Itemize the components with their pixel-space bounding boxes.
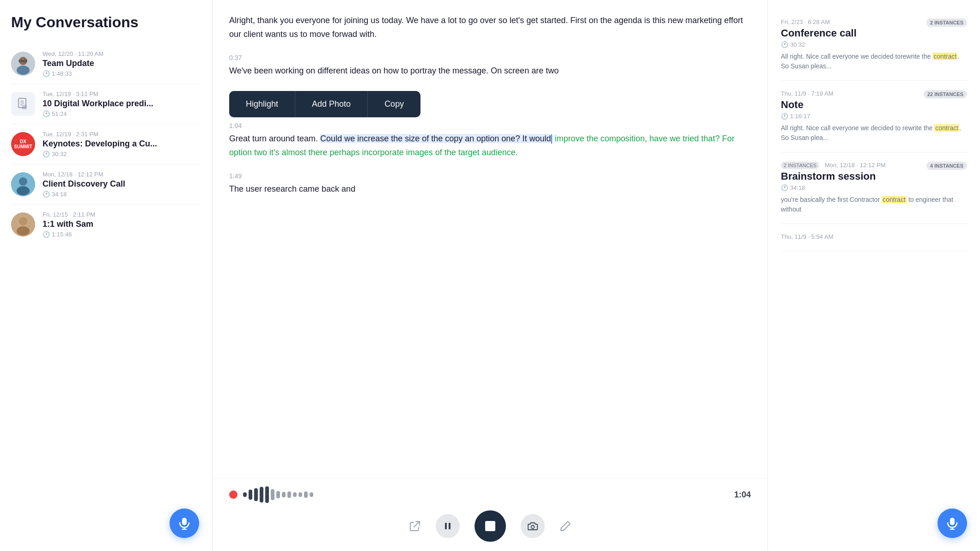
conv-date: Fri, 12/15 · 2:11 PM [43, 211, 201, 218]
selected-text[interactable]: Could we increase the size of the copy a… [320, 134, 552, 143]
conv-info: Wed, 12/20 · 11:20 AM Team Update 🕐 1:48… [43, 50, 201, 77]
clock-icon: 🕐 [781, 41, 788, 48]
avatar [11, 212, 35, 236]
transcript-text[interactable]: The user research came back and [229, 182, 751, 196]
conv-info: Mon, 12/18 · 12:12 PM Client Discovery C… [43, 171, 201, 198]
mic-fab-button[interactable] [170, 509, 199, 538]
result-preview: you're basically the first Contractor co… [781, 195, 967, 214]
svg-point-12 [19, 177, 27, 186]
stop-button[interactable] [475, 510, 506, 542]
waveform-bar [265, 486, 269, 503]
conv-title: 10 Digital Workplace predi... [43, 99, 201, 109]
record-indicator [229, 490, 237, 499]
clock-icon: 🕐 [43, 151, 50, 157]
pause-button[interactable] [436, 514, 460, 538]
transcript-text[interactable]: Alright, thank you everyone for joining … [229, 14, 751, 41]
conv-date: Wed, 12/20 · 11:20 AM [43, 50, 201, 57]
time-display: 1:04 [728, 490, 751, 500]
conv-duration: 🕐 1:48:33 [43, 70, 201, 77]
highlight-word: contract [934, 124, 959, 132]
highlight-button[interactable]: Highlight [229, 91, 295, 117]
waveform[interactable] [243, 486, 722, 503]
waveform-bar [282, 492, 286, 497]
avatar: DXSUMMIT [11, 132, 35, 156]
search-result-item[interactable]: Thu, 11/9 · 5:54 AM [781, 224, 967, 252]
pen-button[interactable] [560, 520, 572, 532]
share-button[interactable] [409, 520, 421, 532]
conv-duration: 🕐 51:24 [43, 110, 201, 117]
waveform-bar [310, 492, 313, 497]
result-date: Thu, 11/9 · 5:54 AM [781, 233, 967, 240]
conv-duration: 🕐 34:18 [43, 191, 201, 198]
search-result-item[interactable]: 2 INSTANCES Fri, 2/23 · 6:28 AM Conferen… [781, 9, 967, 81]
clock-icon: 🕐 [781, 184, 788, 191]
svg-rect-10 [22, 105, 27, 109]
search-result-item[interactable]: 22 INSTANCES Thu, 11/9 · 7:19 AM Note 🕐 … [781, 81, 967, 152]
waveform-bar [287, 491, 291, 498]
instances-badge: 22 INSTANCES [924, 90, 967, 98]
instances-badge: 4 INSTANCES [926, 162, 967, 170]
conversation-item[interactable]: Fri, 12/15 · 2:11 PM 1:1 with Sam 🕐 1:15… [11, 205, 201, 244]
transcript-area[interactable]: Alright, thank you everyone for joining … [213, 0, 767, 478]
svg-point-15 [19, 217, 27, 225]
right-mic-fab-button[interactable] [937, 509, 967, 538]
result-duration: 🕐 30:32 [781, 41, 967, 48]
waveform-bar [304, 491, 308, 498]
waveform-bar [271, 489, 274, 500]
search-result-item[interactable]: 4 INSTANCES 2 INSTANCES Mon, 12/18 · 12:… [781, 152, 967, 224]
transcript-text[interactable]: Great turn around team. Could we increas… [229, 132, 751, 159]
page-title: My Conversations [11, 14, 201, 31]
conversation-item[interactable]: Wed, 12/20 · 11:20 AM Team Update 🕐 1:48… [11, 44, 201, 84]
add-photo-button[interactable]: Add Photo [295, 91, 368, 117]
instances-badge: 2 INSTANCES [926, 18, 967, 27]
conv-title: Client Discovery Call [43, 179, 201, 189]
svg-point-2 [17, 66, 30, 75]
clock-icon: 🕐 [781, 113, 788, 120]
transcript-block: 1:04 Great turn around team. Could we in… [229, 122, 751, 159]
copy-button[interactable]: Copy [368, 91, 420, 117]
transcript-block: 0:37 We've been working on different ide… [229, 54, 751, 78]
highlight-word: contract [932, 53, 957, 60]
avatar [11, 172, 35, 196]
svg-line-20 [414, 521, 420, 527]
text-toolbar: Highlight Add Photo Copy [229, 91, 420, 117]
controls-row [229, 510, 751, 542]
waveform-bar [293, 492, 297, 497]
waveform-bar [249, 490, 252, 500]
timestamp: 1:49 [229, 172, 751, 180]
conv-title: Keynotes: Developing a Cu... [43, 139, 201, 149]
conv-date: Tue, 12/19 · 2:31 PM [43, 131, 201, 138]
waveform-bar [260, 487, 263, 503]
highlight-word: contract [882, 196, 907, 203]
result-preview: All right. Nice call everyone we decided… [781, 52, 967, 71]
player-bar: 1:04 [213, 478, 767, 551]
result-duration: 🕐 34:18 [781, 184, 967, 191]
conversation-item[interactable]: Mon, 12/18 · 12:12 PM Client Discovery C… [11, 164, 201, 205]
svg-rect-22 [449, 523, 450, 529]
result-title: Note [781, 99, 967, 111]
svg-point-23 [531, 526, 534, 529]
svg-rect-21 [445, 523, 447, 529]
transcript-block: Alright, thank you everyone for joining … [229, 14, 751, 41]
conversation-item[interactable]: Tue, 12/19 · 3:11 PM 10 Digital Workplac… [11, 84, 201, 124]
result-duration: 🕐 1:16:17 [781, 113, 967, 120]
clock-icon: 🕐 [43, 191, 50, 198]
conv-duration: 🕐 1:15:46 [43, 231, 201, 238]
camera-button[interactable] [521, 514, 545, 538]
conv-info: Tue, 12/19 · 2:31 PM Keynotes: Developin… [43, 131, 201, 157]
conversation-item[interactable]: DXSUMMIT Tue, 12/19 · 2:31 PM Keynotes: … [11, 124, 201, 164]
svg-point-16 [17, 226, 30, 236]
clock-icon: 🕐 [43, 70, 50, 77]
waveform-bar [254, 488, 258, 501]
svg-rect-24 [950, 518, 955, 525]
transcript-text[interactable]: We've been working on different ideas on… [229, 64, 751, 78]
timestamp: 0:37 [229, 54, 751, 61]
svg-point-13 [17, 186, 30, 195]
stop-icon [485, 521, 495, 531]
conv-duration: 🕐 30:32 [43, 151, 201, 157]
svg-rect-17 [182, 518, 187, 525]
transcript-panel: Alright, thank you everyone for joining … [213, 0, 767, 551]
conv-info: Fri, 12/15 · 2:11 PM 1:1 with Sam 🕐 1:15… [43, 211, 201, 238]
waveform-row: 1:04 [229, 486, 751, 503]
conversations-panel: My Conversations Wed, 12/20 · 11:20 AM T… [0, 0, 213, 551]
